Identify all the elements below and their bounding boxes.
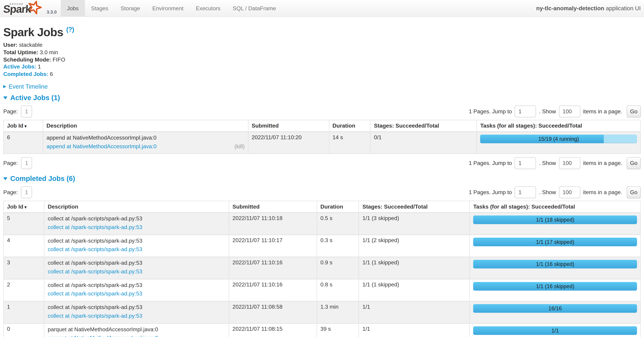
current-page-box[interactable]: 1 bbox=[21, 157, 32, 169]
table-row: 5 collect at /spark-scripts/spark-ad.py:… bbox=[4, 213, 640, 235]
summary-active-jobs[interactable]: Active Jobs: 1 bbox=[3, 63, 641, 71]
tab-jobs[interactable]: Jobs bbox=[61, 0, 85, 16]
job-description-text: collect at /spark-scripts/spark-ad.py:53 bbox=[48, 259, 226, 266]
task-progress-bar: 1/1 (16 skipped) bbox=[473, 260, 637, 269]
spark-logo[interactable]: APACHE Spark 3.3.0 bbox=[2, 0, 46, 16]
tasks-cell: 1/1 bbox=[470, 324, 640, 337]
header-tasks[interactable]: Tasks (for all stages): Succeeded/Total bbox=[477, 120, 640, 132]
job-detail-link[interactable]: collect at /spark-scripts/spark-ad.py:53 bbox=[48, 290, 142, 297]
go-button[interactable]: Go bbox=[627, 186, 641, 198]
job-id-cell: 2 bbox=[4, 279, 44, 301]
submitted-cell: 2022/11/07 11:10:18 bbox=[229, 213, 317, 235]
stages-cell: 1/1 bbox=[359, 324, 470, 337]
active-jobs-section-header[interactable]: Active Jobs (1) bbox=[3, 94, 641, 102]
kill-job-link[interactable]: (kill) bbox=[234, 143, 244, 150]
main-content: Spark Jobs (?) User: stackable Total Upt… bbox=[0, 26, 644, 337]
job-summary-list: User: stackable Total Uptime: 3.0 min Sc… bbox=[3, 41, 641, 78]
task-progress-bar: 1/1 (17 skipped) bbox=[473, 238, 637, 246]
jump-to-page-input[interactable] bbox=[515, 105, 536, 117]
page-title-text: Spark Jobs bbox=[3, 26, 63, 38]
header-description[interactable]: Description bbox=[43, 120, 248, 132]
job-description-cell: append at NativeMethodAccessorImpl.java:… bbox=[43, 132, 248, 154]
completed-jobs-section-header[interactable]: Completed Jobs (6) bbox=[3, 175, 641, 183]
job-detail-link[interactable]: parquet at NativeMethodAccessorImpl.java… bbox=[48, 335, 158, 337]
table-row: 3 collect at /spark-scripts/spark-ad.py:… bbox=[4, 257, 640, 279]
header-description[interactable]: Description bbox=[44, 201, 229, 213]
items-per-page-text: items in a page. bbox=[583, 160, 622, 166]
task-progress-bar: 1/1 (18 skipped) bbox=[473, 216, 637, 224]
header-duration[interactable]: Duration bbox=[317, 201, 359, 213]
tasks-cell: 1/1 (16 skipped) bbox=[470, 257, 640, 279]
progress-label: 15/19 (4 running) bbox=[480, 135, 637, 143]
items-per-page-input[interactable] bbox=[559, 186, 580, 198]
summary-scheduling-mode: Scheduling Mode: FIFO bbox=[3, 56, 641, 63]
job-detail-link[interactable]: collect at /spark-scripts/spark-ad.py:53 bbox=[48, 224, 142, 231]
duration-cell: 39 s bbox=[317, 324, 359, 337]
job-detail-link[interactable]: collect at /spark-scripts/spark-ad.py:53 bbox=[48, 246, 142, 253]
show-text: . Show bbox=[539, 160, 556, 166]
stages-cell: 0/1 bbox=[370, 132, 477, 154]
pages-count-text: 1 Pages. Jump to bbox=[469, 189, 512, 195]
tab-storage[interactable]: Storage bbox=[114, 0, 146, 16]
progress-label: 1/1 (16 skipped) bbox=[473, 260, 637, 269]
job-detail-link[interactable]: collect at /spark-scripts/spark-ad.py:53 bbox=[48, 268, 142, 275]
help-tooltip-link[interactable]: (?) bbox=[66, 26, 74, 33]
table-row: 4 collect at /spark-scripts/spark-ad.py:… bbox=[4, 235, 640, 257]
items-per-page-input[interactable] bbox=[559, 105, 580, 117]
task-progress-bar: 1/1 bbox=[473, 326, 637, 335]
header-submitted[interactable]: Submitted bbox=[248, 120, 329, 132]
job-description-cell: parquet at NativeMethodAccessorImpl.java… bbox=[44, 324, 229, 337]
header-stages[interactable]: Stages: Succeeded/Total bbox=[370, 120, 477, 132]
job-description-cell: collect at /spark-scripts/spark-ad.py:53… bbox=[44, 301, 229, 324]
header-submitted[interactable]: Submitted bbox=[229, 201, 317, 213]
submitted-cell: 2022/11/07 11:10:16 bbox=[229, 279, 317, 301]
job-id-cell: 5 bbox=[4, 213, 44, 235]
header-tasks[interactable]: Tasks (for all stages): Succeeded/Total bbox=[470, 201, 640, 213]
duration-cell: 0.8 s bbox=[317, 279, 359, 301]
items-per-page-text: items in a page. bbox=[583, 189, 622, 195]
application-ui-suffix: application UI bbox=[606, 5, 641, 11]
job-description-text: append at NativeMethodAccessorImpl.java:… bbox=[46, 134, 244, 141]
application-title: ny-tlc-anomaly-detection application UI bbox=[536, 0, 641, 16]
header-job-id[interactable]: Job Id▾ bbox=[4, 120, 43, 132]
table-row: 6 append at NativeMethodAccessorImpl.jav… bbox=[4, 132, 640, 154]
pages-count-text: 1 Pages. Jump to bbox=[469, 108, 512, 114]
tab-sql-dataframe[interactable]: SQL / DataFrame bbox=[226, 0, 282, 16]
summary-completed-jobs[interactable]: Completed Jobs: 6 bbox=[3, 71, 641, 78]
collapsed-arrow-icon bbox=[3, 85, 6, 88]
table-row: 0 parquet at NativeMethodAccessorImpl.ja… bbox=[4, 324, 640, 337]
stages-cell: 1/1 (3 skipped) bbox=[359, 213, 470, 235]
tab-environment[interactable]: Environment bbox=[146, 0, 190, 16]
tab-executors[interactable]: Executors bbox=[190, 0, 226, 16]
items-per-page-input[interactable] bbox=[559, 157, 580, 169]
duration-cell: 0.5 s bbox=[317, 213, 359, 235]
header-job-id[interactable]: Job Id▾ bbox=[4, 201, 44, 213]
expanded-arrow-icon bbox=[3, 177, 8, 180]
current-page-box[interactable]: 1 bbox=[21, 186, 32, 198]
stages-cell: 1/1 (1 skipped) bbox=[359, 257, 470, 279]
job-description-text: collect at /spark-scripts/spark-ad.py:53 bbox=[48, 215, 226, 222]
job-detail-link[interactable]: collect at /spark-scripts/spark-ad.py:53 bbox=[48, 312, 142, 319]
progress-label: 1/1 bbox=[473, 326, 637, 335]
duration-cell: 1.3 min bbox=[317, 301, 359, 324]
spark-ui-page: APACHE Spark 3.3.0 Jobs Stages Storage E… bbox=[0, 0, 644, 337]
jump-to-page-input[interactable] bbox=[515, 186, 536, 198]
submitted-cell: 2022/11/07 11:10:17 bbox=[229, 235, 317, 257]
jump-to-page-input[interactable] bbox=[515, 157, 536, 169]
go-button[interactable]: Go bbox=[627, 157, 641, 169]
tab-stages[interactable]: Stages bbox=[85, 0, 114, 16]
header-duration[interactable]: Duration bbox=[329, 120, 370, 132]
job-description-cell: collect at /spark-scripts/spark-ad.py:53… bbox=[44, 279, 229, 301]
submitted-cell: 2022/11/07 11:10:20 bbox=[248, 132, 329, 154]
current-page-box[interactable]: 1 bbox=[21, 105, 32, 117]
pagination-row: Page: 1 1 Pages. Jump to . Show items in… bbox=[3, 186, 641, 198]
header-stages[interactable]: Stages: Succeeded/Total bbox=[359, 201, 470, 213]
event-timeline-toggle[interactable]: Event Timeline bbox=[3, 83, 641, 90]
tasks-cell: 1/1 (17 skipped) bbox=[470, 235, 640, 257]
navbar: APACHE Spark 3.3.0 Jobs Stages Storage E… bbox=[0, 0, 644, 17]
go-button[interactable]: Go bbox=[627, 105, 641, 117]
job-detail-link[interactable]: append at NativeMethodAccessorImpl.java:… bbox=[46, 143, 156, 150]
pages-count-text: 1 Pages. Jump to bbox=[469, 160, 512, 166]
table-row: 2 collect at /spark-scripts/spark-ad.py:… bbox=[4, 279, 640, 301]
task-progress-bar: 1/1 (16 skipped) bbox=[473, 282, 637, 291]
